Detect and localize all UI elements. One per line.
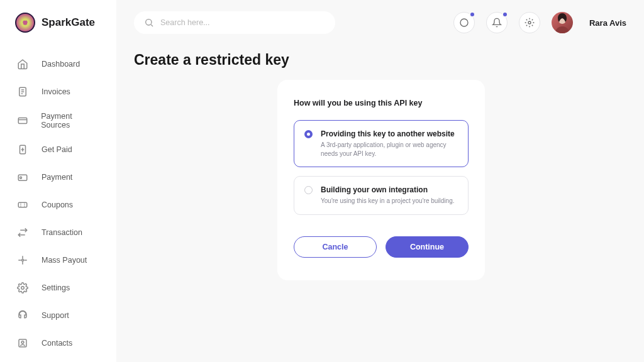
svg-point-11 <box>21 287 25 290</box>
coupon-icon <box>15 197 30 212</box>
support-icon <box>15 308 30 323</box>
user-name: Rara Avis <box>589 18 626 28</box>
page-title: Create a restricted key <box>134 52 626 69</box>
search-icon <box>144 18 154 28</box>
svg-point-15 <box>146 19 152 25</box>
sidebar-item-label: Invoices <box>42 87 70 96</box>
sidebar-item-support[interactable]: Support <box>8 303 109 328</box>
radio-icon <box>304 186 313 194</box>
option-title: Providing this key to another website <box>321 129 458 138</box>
svg-point-8 <box>20 177 22 178</box>
option-provide-key[interactable]: Providing this key to another website A … <box>294 120 469 167</box>
option-desc: You're using this key in a project you'r… <box>321 197 458 206</box>
sidebar-item-label: Support <box>42 311 69 320</box>
sidebar-item-label: Payment <box>42 173 72 182</box>
sidebar-item-invoices[interactable]: Invoices <box>8 79 109 104</box>
payment-icon <box>15 170 30 185</box>
sidebar-item-label: Payment Sources <box>41 112 101 129</box>
home-icon <box>15 57 30 72</box>
sidebar-item-mass-payout[interactable]: Mass Payout <box>8 248 109 273</box>
option-desc: A 3rd-party application, plugin or web a… <box>321 141 458 158</box>
sidebar-item-contacts[interactable]: Contacts <box>8 331 109 356</box>
svg-point-17 <box>528 21 531 24</box>
sidebar-item-label: Dashboard <box>42 60 80 69</box>
svg-rect-5 <box>18 118 27 124</box>
sidebar-item-api-keys[interactable]: API Keys <box>8 358 109 362</box>
bell-icon <box>492 18 502 28</box>
sidebar: SparkGate Dashboard Invoices Payment Sou… <box>0 0 116 362</box>
continue-button[interactable]: Continue <box>386 236 469 258</box>
topbar: Rara Avis <box>134 11 626 34</box>
svg-point-1 <box>25 19 26 21</box>
sidebar-item-get-paid[interactable]: Get Paid <box>8 137 109 162</box>
notifications-button[interactable] <box>486 12 508 33</box>
sidebar-item-label: Mass Payout <box>42 256 87 265</box>
button-row: Cancle Continue <box>294 236 469 258</box>
svg-point-13 <box>21 341 24 344</box>
invoice-icon <box>15 84 30 99</box>
search-input[interactable] <box>160 18 325 27</box>
cancel-button[interactable]: Cancle <box>294 236 377 258</box>
sidebar-item-label: Settings <box>42 283 70 292</box>
sidebar-nav: Dashboard Invoices Payment Sources Get P… <box>0 52 116 362</box>
sidebar-item-label: Coupons <box>42 200 73 209</box>
card-create-key: How will you be using this API key Provi… <box>277 80 485 280</box>
brand[interactable]: SparkGate <box>0 13 116 52</box>
brand-name: SparkGate <box>42 16 95 29</box>
sidebar-item-payment-sources[interactable]: Payment Sources <box>8 107 109 134</box>
avatar[interactable] <box>552 12 573 33</box>
svg-point-0 <box>23 20 28 25</box>
notification-dot <box>469 11 475 18</box>
svg-point-3 <box>27 23 29 25</box>
transaction-icon <box>15 225 30 240</box>
notification-dot <box>502 11 508 18</box>
svg-point-10 <box>22 260 24 261</box>
chat-button[interactable] <box>453 12 475 33</box>
card-icon <box>15 113 30 128</box>
sidebar-item-settings[interactable]: Settings <box>8 275 109 300</box>
sidebar-item-dashboard[interactable]: Dashboard <box>8 52 109 77</box>
svg-point-2 <box>21 23 23 25</box>
sidebar-item-label: Contacts <box>42 339 72 348</box>
get-paid-icon <box>15 142 30 157</box>
sidebar-item-label: Get Paid <box>42 145 72 154</box>
radio-icon <box>304 130 313 138</box>
svg-rect-9 <box>18 202 27 207</box>
main: Rara Avis Create a restricted key How wi… <box>116 0 644 362</box>
sidebar-item-label: Transaction <box>42 228 82 237</box>
settings-button[interactable] <box>519 12 540 33</box>
card-question: How will you be using this API key <box>294 99 469 107</box>
option-build-integration[interactable]: Building your own integration You're usi… <box>294 176 469 215</box>
brand-logo-icon <box>15 13 35 33</box>
contacts-icon <box>15 336 30 351</box>
option-title: Building your own integration <box>321 185 458 194</box>
gear-icon <box>525 18 535 28</box>
gear-icon <box>15 280 30 295</box>
sidebar-item-coupons[interactable]: Coupons <box>8 192 109 217</box>
mass-payout-icon <box>15 253 30 268</box>
sidebar-item-transaction[interactable]: Transaction <box>8 220 109 245</box>
chat-icon <box>459 18 469 28</box>
search-box[interactable] <box>134 11 335 34</box>
sidebar-item-payment[interactable]: Payment <box>8 165 109 190</box>
